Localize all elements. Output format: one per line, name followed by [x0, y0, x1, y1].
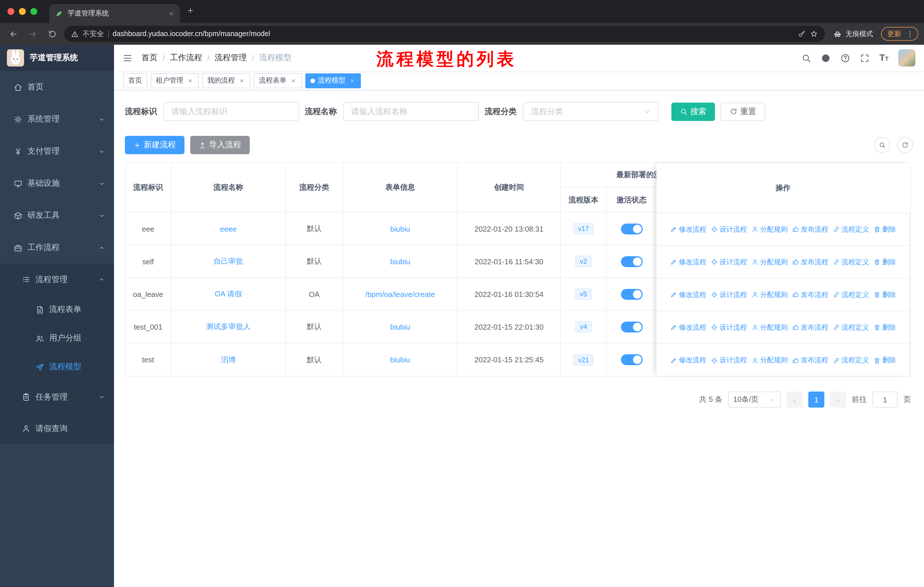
action-assign-rules[interactable]: 分配规则 [752, 356, 788, 365]
active-toggle[interactable] [621, 256, 642, 267]
url-bar[interactable]: 不安全 dashboard.yudao.iocoder.cn/bpm/manag… [64, 26, 825, 42]
not-secure-warning-icon[interactable] [71, 30, 79, 38]
breadcrumb-item[interactable]: 首页 [142, 53, 158, 63]
user-avatar[interactable] [898, 49, 916, 66]
version-badge[interactable]: v17 [573, 223, 594, 235]
action-delete[interactable]: 删除 [874, 257, 896, 267]
forward-button[interactable] [25, 26, 40, 41]
bookmark-star-icon[interactable] [810, 30, 818, 38]
process-name-link[interactable]: 滔博 [221, 355, 236, 365]
search-icon[interactable] [802, 53, 811, 63]
action-design-process[interactable]: 设计流程 [711, 322, 747, 332]
action-edit-process[interactable]: 修改流程 [670, 225, 706, 234]
action-publish-process[interactable]: 发布流程 [792, 356, 828, 365]
sidebar-item-home[interactable]: 首页 [0, 71, 114, 103]
action-process-definition[interactable]: 流程定义 [833, 290, 869, 299]
sidebar-item-process-mgmt[interactable]: 流程管理 [0, 264, 114, 295]
tag-close-icon[interactable] [186, 77, 194, 84]
next-page-button[interactable]: › [830, 392, 846, 408]
new-tab-button[interactable] [187, 6, 194, 17]
action-delete[interactable]: 删除 [874, 356, 896, 365]
tab-close-icon[interactable] [168, 11, 174, 17]
breadcrumb-item[interactable]: 工作流程 [170, 53, 202, 63]
sidebar-item-process-form[interactable]: 流程表单 [0, 295, 114, 324]
action-design-process[interactable]: 设计流程 [711, 356, 747, 365]
sidebar-item-user-group[interactable]: 用户分组 [0, 324, 114, 352]
browser-menu-kebab-icon[interactable]: ⋮ [904, 30, 916, 38]
action-process-definition[interactable]: 流程定义 [833, 257, 869, 267]
tag-process-form[interactable]: 流程表单 [254, 73, 302, 88]
action-process-definition[interactable]: 流程定义 [833, 322, 869, 332]
action-edit-process[interactable]: 修改流程 [670, 356, 706, 365]
tag-process-model[interactable]: 流程模型 [305, 73, 361, 88]
toolbar-refresh-button[interactable] [897, 137, 913, 153]
tag-close-icon[interactable] [348, 77, 356, 84]
version-badge[interactable]: v2 [575, 256, 591, 267]
import-process-button[interactable]: 导入流程 [190, 136, 250, 154]
tag-close-icon[interactable] [238, 77, 245, 84]
process-category-select[interactable]: 流程分类 [523, 102, 659, 121]
form-info-link[interactable]: biubiu [390, 257, 410, 266]
active-toggle[interactable] [621, 321, 642, 332]
action-publish-process[interactable]: 发布流程 [792, 225, 828, 234]
action-publish-process[interactable]: 发布流程 [792, 257, 828, 267]
action-delete[interactable]: 删除 [874, 322, 896, 332]
browser-tab[interactable]: 芋道管理系统 [49, 4, 180, 23]
page-size-select[interactable]: 10条/页 [728, 392, 781, 408]
form-info-link[interactable]: biubiu [390, 322, 410, 331]
action-design-process[interactable]: 设计流程 [711, 290, 747, 299]
reload-button[interactable] [45, 26, 59, 41]
prev-page-button[interactable]: ‹ [787, 392, 803, 408]
form-info-link[interactable]: biubiu [390, 225, 410, 233]
sidebar-item-dev-tools[interactable]: 研发工具 [0, 200, 114, 231]
search-button[interactable]: 搜索 [672, 103, 715, 121]
tag-home[interactable]: 首页 [123, 73, 147, 88]
help-icon[interactable] [840, 53, 850, 63]
goto-page-input[interactable]: 1 [873, 392, 898, 408]
sidebar-item-infrastructure[interactable]: 基础设施 [0, 167, 114, 200]
tag-close-icon[interactable] [289, 77, 297, 84]
page-button-1[interactable]: 1 [808, 392, 824, 408]
create-process-button[interactable]: 新建流程 [125, 136, 185, 154]
action-process-definition[interactable]: 流程定义 [833, 225, 869, 234]
form-info-link[interactable]: /bpm/oa/leave/create [365, 290, 435, 298]
action-process-definition[interactable]: 流程定义 [833, 356, 869, 365]
action-assign-rules[interactable]: 分配规则 [752, 322, 788, 332]
tag-my-process[interactable]: 我的流程 [202, 73, 250, 88]
update-browser-button[interactable]: 更新 ⋮ [881, 27, 918, 41]
action-delete[interactable]: 删除 [874, 290, 896, 299]
tag-tenant-mgmt[interactable]: 租户管理 [151, 73, 199, 88]
action-delete[interactable]: 删除 [874, 225, 896, 234]
sidebar-item-process-model[interactable]: 流程模型 [0, 352, 114, 381]
process-name-input[interactable]: 请输入流程名称 [343, 102, 479, 121]
process-id-input[interactable]: 请输入流程标识 [163, 102, 299, 121]
active-toggle[interactable] [621, 223, 642, 234]
active-toggle[interactable] [621, 354, 642, 365]
form-info-link[interactable]: biubiu [390, 356, 410, 364]
action-publish-process[interactable]: 发布流程 [792, 290, 828, 299]
reset-button[interactable]: 重置 [721, 103, 765, 121]
process-name-link[interactable]: 自己审批 [213, 256, 243, 266]
version-badge[interactable]: v5 [575, 288, 591, 300]
version-badge[interactable]: v21 [573, 354, 594, 365]
action-edit-process[interactable]: 修改流程 [670, 322, 706, 332]
traffic-light-close[interactable] [7, 8, 14, 15]
action-design-process[interactable]: 设计流程 [711, 257, 747, 267]
action-publish-process[interactable]: 发布流程 [792, 322, 828, 332]
breadcrumb-item[interactable]: 流程管理 [215, 53, 247, 63]
action-assign-rules[interactable]: 分配规则 [752, 290, 788, 299]
action-design-process[interactable]: 设计流程 [711, 225, 747, 234]
traffic-light-minimize[interactable] [19, 8, 26, 15]
process-name-link[interactable]: OA 请假 [214, 289, 242, 299]
sidebar-item-workflow[interactable]: 工作流程 [0, 231, 114, 264]
sidebar-item-leave-query[interactable]: 请假查询 [0, 413, 114, 444]
action-edit-process[interactable]: 修改流程 [670, 290, 706, 299]
action-assign-rules[interactable]: 分配规则 [752, 257, 788, 267]
fullscreen-icon[interactable] [860, 53, 870, 63]
back-button[interactable] [6, 26, 21, 41]
version-badge[interactable]: v4 [575, 321, 591, 332]
hamburger-button[interactable] [122, 53, 132, 63]
font-size-icon[interactable]: TT [879, 53, 888, 63]
process-name-link[interactable]: 测试多审批人 [206, 322, 251, 332]
toolbar-search-toggle-button[interactable] [874, 137, 890, 153]
